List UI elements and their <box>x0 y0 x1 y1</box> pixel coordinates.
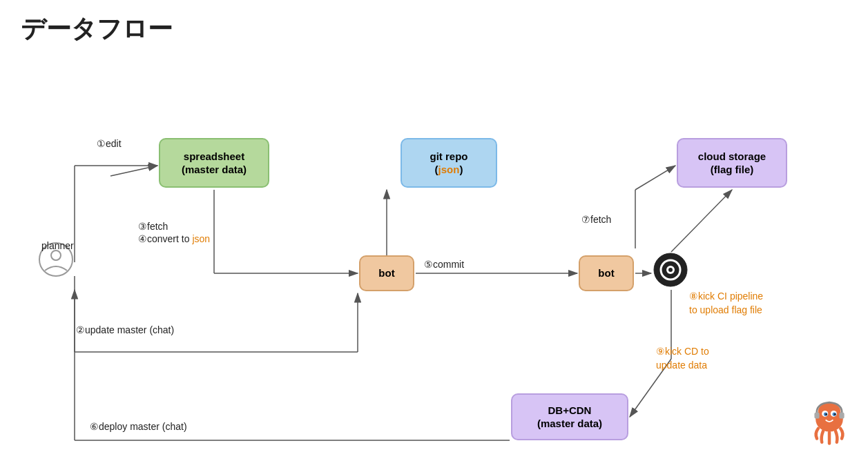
spreadsheet-box: spreadsheet(master data) <box>159 138 269 188</box>
step6-label: ⑥deploy master (chat) <box>90 421 187 432</box>
db-label: DB+CDN(master data) <box>537 404 602 431</box>
svg-point-33 <box>834 413 836 415</box>
diagram-area: planner spreadsheet(master data) git rep… <box>0 55 868 461</box>
gitrepo-box: git repo(json) <box>401 138 497 188</box>
cloud-box: cloud storage(flag file) <box>677 138 787 188</box>
step9-label: ⑨kick CD toupdate data <box>656 345 709 372</box>
gitrepo-label: git repo(json) <box>430 150 468 177</box>
svg-point-32 <box>825 413 827 415</box>
svg-rect-34 <box>814 413 819 419</box>
step8-label: ⑧kick CI pipelineto upload flag file <box>689 290 763 317</box>
bot2-box: bot <box>579 255 634 291</box>
step2-label: ②update master (chat) <box>76 324 174 335</box>
step5-label: ⑤commit <box>424 259 464 270</box>
svg-line-13 <box>635 166 675 190</box>
svg-point-25 <box>668 268 673 272</box>
bot2-label: bot <box>598 266 614 280</box>
svg-rect-35 <box>839 413 844 419</box>
ci-icon <box>653 252 688 288</box>
cloud-label: cloud storage(flag file) <box>698 150 766 177</box>
svg-line-15 <box>671 190 732 252</box>
planner-label: planner <box>41 240 74 251</box>
octopus-icon <box>804 398 854 447</box>
step7-label: ⑦fetch <box>581 214 611 225</box>
spreadsheet-label: spreadsheet(master data) <box>182 150 247 177</box>
page-title: データフロー <box>0 0 868 46</box>
db-box: DB+CDN(master data) <box>511 393 628 440</box>
bot1-box: bot <box>359 255 414 291</box>
bot1-label: bot <box>378 266 394 280</box>
svg-line-2 <box>110 166 157 176</box>
step4-label: ④convert to json <box>138 233 210 244</box>
step3-label: ③fetch <box>138 221 168 232</box>
step1-label: ①edit <box>97 138 122 149</box>
arrows-svg <box>0 55 868 461</box>
